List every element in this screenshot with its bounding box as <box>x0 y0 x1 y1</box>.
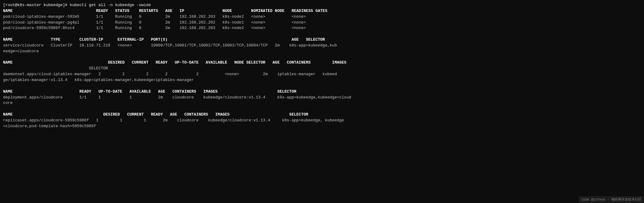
terminal-line-5: NAME TYPE CLUSTER-IP EXTERNAL-IP PORT(S)… <box>3 37 641 43</box>
terminal-line-20: =cloudcore,pod-template-hash=5959c5986f <box>3 124 641 129</box>
terminal-line-11: daemonset.apps/cloud-iptables-manager 2 … <box>3 72 641 77</box>
terminal-line-17 <box>3 106 641 112</box>
terminal-line-16: core <box>3 100 641 106</box>
terminal-line-19: replicaset.apps/cloudcore-5959c5986f 1 1… <box>3 118 641 124</box>
terminal-line-4 <box>3 31 641 37</box>
output-lines: NAME READY STATUS RESTARTS AGE IP NODE N… <box>3 8 641 129</box>
terminal-line-14: NAME READY UP-TO-DATE AVAILABLE AGE CONT… <box>3 89 641 95</box>
terminal-line-12: ge/iptables-manager:v1.13.4 k8s-app=ipta… <box>3 77 641 83</box>
footer-bar: CSDN @IoTHub · 物联网开发技术社区 <box>579 197 644 203</box>
terminal-line-10: SELECTOR <box>3 66 641 72</box>
prompt-line: [root@k8s-master kubeedge]# kubectl get … <box>3 2 641 8</box>
terminal-line-7: eedge=cloudcore <box>3 49 641 54</box>
terminal-window: [root@k8s-master kubeedge]# kubectl get … <box>0 0 644 203</box>
terminal-line-2: pod/cloud-iptables-manager-pg4pl 1/1 Run… <box>3 20 641 26</box>
terminal-line-3: pod/cloudcore-5959c5986f-8hsc4 1/1 Runni… <box>3 25 641 31</box>
terminal-line-18: NAME DESIRED CURRENT READY AGE CONTAINER… <box>3 112 641 118</box>
terminal-line-15: deployment.apps/cloudcore 1/1 1 1 2m clo… <box>3 95 641 101</box>
terminal-line-1: pod/cloud-iptables-manager-592m5 1/1 Run… <box>3 14 641 20</box>
terminal-line-8 <box>3 54 641 60</box>
terminal-line-0: NAME READY STATUS RESTARTS AGE IP NODE N… <box>3 8 641 14</box>
terminal-line-6: service/cloudcore ClusterIP 10.110.71.21… <box>3 43 641 49</box>
footer-text: CSDN @IoTHub · 物联网开发技术社区 <box>581 198 642 201</box>
terminal-line-13 <box>3 83 641 89</box>
terminal-line-9: NAME DESIRED CURRENT READY UP-TO-DATE AV… <box>3 60 641 66</box>
